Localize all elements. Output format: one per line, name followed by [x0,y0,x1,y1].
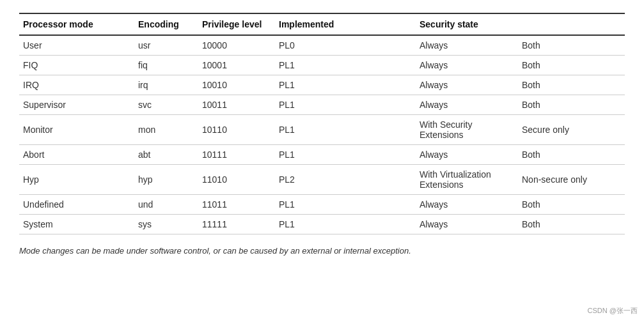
table-row: FIQfiq10001PL1AlwaysBoth [19,56,625,75]
cell-security: Both [518,56,625,75]
table-row: Hyphyp11010PL2With Virtualization Extens… [19,165,625,195]
header-implemented: Implemented [275,13,416,35]
cell-implemented: Always [416,56,518,75]
cell-privilege: PL1 [275,56,416,75]
cell-implemented: With Security Extensions [416,115,518,145]
cell-implemented: Always [416,75,518,95]
cell-security: Both [518,145,625,165]
cell-privilege: PL1 [275,215,416,234]
header-processor-mode: Processor mode [19,13,134,35]
cell-privilege: PL1 [275,75,416,95]
cell-privilege: PL1 [275,115,416,145]
cell-privilege: PL1 [275,195,416,215]
cell-mode-abbr: abt [134,145,198,165]
cell-encoding: 11010 [198,165,275,195]
cell-mode-abbr: irq [134,75,198,95]
table-row: Supervisorsvc10011PL1AlwaysBoth [19,95,625,115]
cell-mode-name: IRQ [19,75,134,95]
cell-mode-name: FIQ [19,56,134,75]
cell-privilege: PL1 [275,145,416,165]
cell-mode-name: User [19,35,134,56]
cell-mode-abbr: svc [134,95,198,115]
cell-mode-abbr: hyp [134,165,198,195]
cell-mode-abbr: fiq [134,56,198,75]
cell-mode-name: Supervisor [19,95,134,115]
cell-mode-name: Monitor [19,115,134,145]
cell-security: Both [518,195,625,215]
table-row: Abortabt10111PL1AlwaysBoth [19,145,625,165]
cell-implemented: With Virtualization Extensions [416,165,518,195]
processor-modes-table: Processor mode Encoding Privilege level … [19,13,625,234]
table-row: IRQirq10010PL1AlwaysBoth [19,75,625,95]
cell-encoding: 11111 [198,215,275,234]
cell-security: Secure only [518,115,625,145]
watermark: CSDN @张一西 [588,306,638,316]
cell-mode-name: Abort [19,145,134,165]
cell-encoding: 10000 [198,35,275,56]
cell-encoding: 10110 [198,115,275,145]
cell-implemented: Always [416,35,518,56]
cell-mode-abbr: sys [134,215,198,234]
cell-mode-name: System [19,215,134,234]
footnote: Mode changes can be made under software … [19,246,625,256]
cell-implemented: Always [416,95,518,115]
cell-implemented: Always [416,145,518,165]
cell-security: Both [518,35,625,56]
cell-mode-abbr: mon [134,115,198,145]
header-encoding: Encoding [134,13,198,35]
cell-mode-abbr: und [134,195,198,215]
cell-implemented: Always [416,195,518,215]
cell-security: Both [518,75,625,95]
cell-mode-abbr: usr [134,35,198,56]
table-row: Monitormon10110PL1With Security Extensio… [19,115,625,145]
header-privilege-level: Privilege level [198,13,275,35]
header-security-state: Security state [416,13,518,35]
cell-encoding: 10001 [198,56,275,75]
cell-privilege: PL1 [275,95,416,115]
cell-encoding: 11011 [198,195,275,215]
table-header-row: Processor mode Encoding Privilege level … [19,13,625,35]
cell-security: Non-secure only [518,165,625,195]
cell-encoding: 10010 [198,75,275,95]
cell-privilege: PL2 [275,165,416,195]
table-row: Userusr10000PL0AlwaysBoth [19,35,625,56]
table-row: Systemsys11111PL1AlwaysBoth [19,215,625,234]
cell-security: Both [518,95,625,115]
cell-privilege: PL0 [275,35,416,56]
cell-encoding: 10011 [198,95,275,115]
cell-encoding: 10111 [198,145,275,165]
table-row: Undefinedund11011PL1AlwaysBoth [19,195,625,215]
cell-mode-name: Undefined [19,195,134,215]
cell-mode-name: Hyp [19,165,134,195]
cell-security: Both [518,215,625,234]
cell-implemented: Always [416,215,518,234]
